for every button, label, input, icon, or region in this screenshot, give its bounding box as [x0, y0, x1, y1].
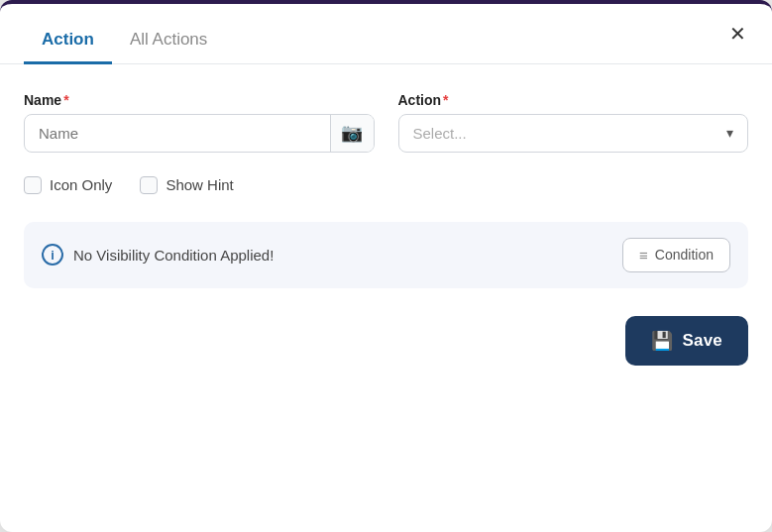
tab-action[interactable]: Action: [24, 16, 112, 64]
condition-message: No Visibility Condition Applied!: [73, 247, 274, 264]
action-select-wrapper: Select... ▾: [398, 114, 749, 153]
show-hint-checkbox-item[interactable]: Show Hint: [140, 176, 233, 194]
condition-button[interactable]: ≡ Condition: [622, 238, 730, 272]
save-label: Save: [682, 331, 722, 351]
condition-button-label: Condition: [655, 247, 714, 263]
show-hint-label: Show Hint: [165, 176, 233, 193]
form-body: Name* 📷 Action* Select...: [0, 64, 772, 393]
action-label: Action*: [398, 92, 749, 108]
name-input[interactable]: [25, 115, 330, 152]
name-label: Name*: [24, 92, 375, 108]
chevron-down-icon: ▾: [726, 125, 747, 141]
action-select[interactable]: Select...: [399, 115, 727, 152]
name-action-row: Name* 📷 Action* Select...: [24, 92, 748, 153]
save-button[interactable]: 💾 Save: [625, 316, 748, 366]
action-field-group: Action* Select... ▾: [398, 92, 749, 153]
filter-icon: ≡: [639, 247, 648, 264]
show-hint-checkbox[interactable]: [140, 176, 158, 194]
image-icon: 📷: [341, 122, 363, 144]
condition-banner: i No Visibility Condition Applied! ≡ Con…: [24, 222, 748, 288]
name-field-group: Name* 📷: [24, 92, 375, 153]
checkboxes-row: Icon Only Show Hint: [24, 176, 748, 194]
footer-row: 💾 Save: [24, 316, 748, 373]
name-required-star: *: [63, 92, 68, 108]
tabs-bar: Action All Actions: [0, 16, 772, 64]
save-icon: 💾: [651, 330, 673, 352]
icon-only-label: Icon Only: [50, 176, 112, 193]
icon-only-checkbox-item[interactable]: Icon Only: [24, 176, 112, 194]
name-input-wrapper: 📷: [24, 114, 375, 153]
tab-all-actions[interactable]: All Actions: [112, 16, 225, 64]
image-picker-button[interactable]: 📷: [330, 115, 374, 152]
condition-banner-left: i No Visibility Condition Applied!: [42, 244, 274, 266]
modal: ✕ Action All Actions Name* 📷: [0, 0, 772, 532]
icon-only-checkbox[interactable]: [24, 176, 42, 194]
info-icon: i: [42, 244, 63, 266]
close-button[interactable]: ✕: [723, 20, 752, 48]
action-required-star: *: [443, 92, 448, 108]
